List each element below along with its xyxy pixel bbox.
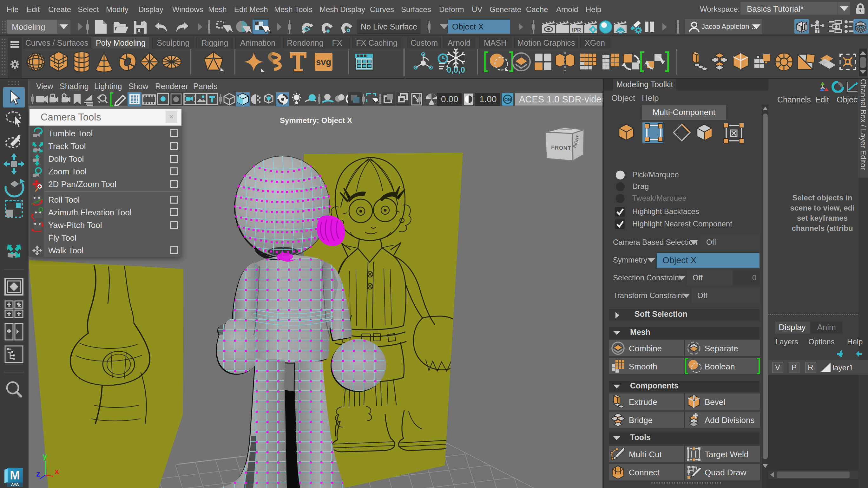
svg-text:0,0,0: 0,0,0: [447, 65, 465, 74]
svg-text:x: x: [55, 466, 59, 476]
svg-text:FRONT: FRONT: [551, 144, 571, 151]
svg-text:1.00: 1.00: [479, 94, 497, 104]
svg-text:y: y: [42, 451, 47, 461]
svg-text:Symmetry: Object X: Symmetry: Object X: [280, 116, 352, 125]
svg-text:0.00: 0.00: [441, 94, 458, 104]
svg-text:ACES 1.0 SDR-video (sRGB: ACES 1.0 SDR-video (sRGB: [519, 94, 602, 104]
svg-text:ON: ON: [504, 97, 511, 102]
svg-text:z: z: [36, 469, 40, 479]
svg-text:svg: svg: [316, 57, 331, 67]
svg-text:IPR: IPR: [572, 27, 581, 33]
